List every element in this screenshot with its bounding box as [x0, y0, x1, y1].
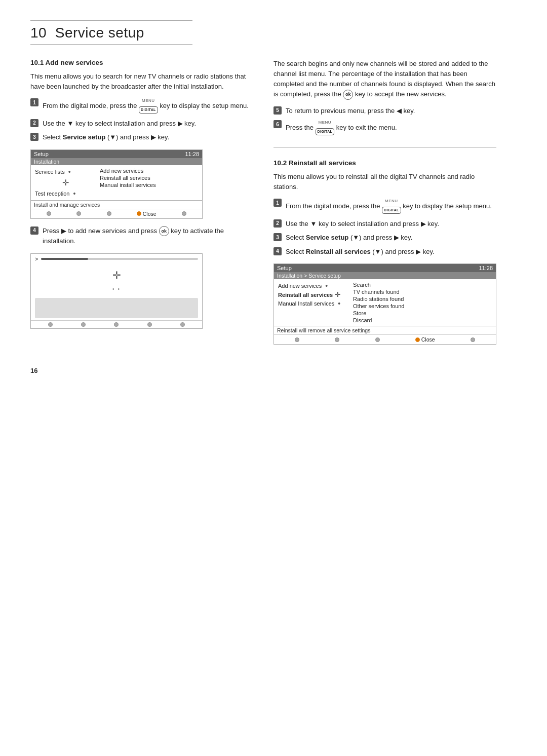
step-4: 4 Press ▶ to add new services and press … [30, 226, 253, 246]
step-num-5: 5 [274, 106, 282, 115]
s2-dot-1 [48, 322, 53, 327]
step-num-2: 2 [30, 119, 38, 127]
close-label: Close [143, 211, 157, 217]
step-2-text: Use the ▼ key to select installation and… [43, 119, 253, 129]
step-2: 2 Use the ▼ key to select installation a… [30, 119, 253, 129]
service-setup-bold: Service setup [63, 133, 106, 141]
step-num-10-2-4: 4 [274, 247, 282, 255]
dot-2 [76, 211, 81, 216]
tv3-dpad-icon: ✛ [335, 291, 340, 298]
tv-screen-2-progress-row: > [31, 254, 202, 262]
step-3-text: Select Service setup (▼) and press ▶ key… [43, 132, 253, 142]
step-num-3: 3 [30, 133, 38, 141]
digital-key-1: MENU DIGITAL [139, 98, 158, 115]
tv-screen-3-subheader: Installation > Service setup [274, 272, 496, 279]
tv3-add-new: Add new services • [278, 281, 349, 290]
tv-center-dpad: ✛ [31, 262, 202, 284]
tv-screen-1-header-left: Setup [34, 151, 49, 157]
digital-btn-1: DIGITAL [139, 106, 158, 114]
dot-3 [107, 211, 111, 216]
tv-screen-1: Setup 11:28 Installation Service lists •… [30, 149, 203, 219]
section-10-2-intro: This menu allows you to reinstall all th… [274, 172, 496, 192]
tv3-search: Search [353, 281, 492, 288]
step-1-text: From the digital mode, press the MENU DI… [43, 98, 253, 115]
tv-menu-dpad: ✛ [35, 176, 96, 189]
service-setup-bold-2: Service setup [306, 234, 349, 241]
s2-dot-4 [147, 322, 152, 327]
reinstall-bold: Reinstall all services [306, 248, 371, 255]
s2-dot-3 [114, 322, 119, 327]
s3-close-label: Close [421, 336, 435, 343]
tv-screen-1-body: Service lists • ✛ Test reception • Add n… [31, 165, 202, 200]
tv-screen-1-left-menu: Service lists • ✛ Test reception • [35, 167, 96, 198]
tv-screen-2: > ✛ • • [30, 253, 203, 329]
section-10-2-heading-text: 10.2 Reinstall all services [274, 159, 356, 167]
tv3-bullet-2: • [338, 299, 340, 308]
step-10-2-1: 1 From the digital mode, press the MENU … [274, 198, 496, 215]
steps-5-6: 5 To return to previous menu, press the … [274, 106, 496, 136]
tv3-reinstall-label: Reinstall all services [278, 292, 333, 298]
tv-gray-block [35, 298, 198, 318]
step-10-2-4: 4 Select Reinstall all services (▼) and … [274, 247, 496, 257]
top-rule [30, 20, 192, 21]
tv-screen-1-subheader: Installation [31, 158, 202, 165]
chapter-rule [30, 44, 192, 45]
tv-screen-1-footer: Install and manage services [31, 200, 202, 209]
s3-close-btn: Close [415, 336, 435, 343]
step-num-10-2-3: 3 [274, 233, 282, 241]
section-10-1-heading-text: 10.1 Add new services [30, 59, 103, 66]
progress-arrow: > [35, 256, 38, 262]
step-10-2-3: 3 Select Service setup (▼) and press ▶ k… [274, 233, 496, 243]
tv3-reinstall: Reinstall all services ✛ [278, 290, 349, 299]
step-10-2-1-text: From the digital mode, press the MENU DI… [286, 198, 496, 215]
tv3-other: Other services found [353, 303, 492, 310]
step-num-1: 1 [30, 98, 38, 106]
tv-screen-2-dots [31, 320, 202, 328]
digital-key-10-2-1: MENU DIGITAL [382, 198, 401, 215]
s3-dot-5 [471, 337, 475, 342]
steps-10-2: 1 From the digital mode, press the MENU … [274, 198, 496, 256]
tv3-manual: Manual Install services • [278, 299, 349, 308]
menu-label-1: MENU [139, 98, 158, 104]
step-5: 5 To return to previous menu, press the … [274, 106, 496, 116]
tv-screen-3-right-menu: Search TV channels found Radio stations … [353, 281, 492, 324]
press-ok-text: key to accept the new services. [355, 90, 447, 98]
steps-1-3: 1 From the digital mode, press the MENU … [30, 98, 253, 142]
tv-screen-3-left-menu: Add new services • Reinstall all service… [278, 281, 349, 324]
step-10-2-2: 2 Use the ▼ key to select installation a… [274, 219, 496, 229]
tv-screen-3-header: Setup 11:28 [274, 264, 496, 272]
tv3-discard: Discard [353, 317, 492, 324]
service-lists-label: Service lists [35, 169, 65, 175]
tv-screen-3-header-right: 11:28 [479, 265, 493, 271]
dot-1 [47, 211, 51, 216]
s2-dot-5 [180, 322, 185, 327]
dpad-center-icon: ✛ [112, 270, 121, 281]
right-top-para: The search begins and only new channels … [274, 59, 496, 100]
ok-key-4: ok [159, 226, 169, 236]
bullet-2: • [73, 190, 75, 198]
chapter-number: 10 [30, 25, 47, 41]
step-num-10-2-1: 1 [274, 199, 282, 207]
tv-menu-service-lists: Service lists • [35, 167, 96, 176]
step-1: 1 From the digital mode, press the MENU … [30, 98, 253, 115]
dot-5 [182, 211, 186, 216]
section-10-1-heading: 10.1 Add new services [30, 59, 253, 66]
section-10-2-heading: 10.2 Reinstall all services [274, 159, 496, 167]
menu-label-6: MENU [316, 120, 335, 126]
tv-progress-bar [41, 258, 198, 260]
chapter-title-text: Service setup [55, 25, 144, 41]
step-6-text: Press the MENU DIGITAL key to exit the m… [286, 120, 496, 136]
tv-screen-3-header-left: Setup [277, 265, 292, 271]
menu-label-10-2-1: MENU [382, 198, 401, 204]
tv-menu-add-new: Add new services [100, 167, 198, 174]
s3-dot-orange [415, 337, 420, 342]
step-5-text: To return to previous menu, press the ◀ … [286, 106, 496, 116]
digital-btn-6: DIGITAL [316, 128, 335, 136]
s2-dot-2 [81, 322, 86, 327]
tv-progress-bar-inner [41, 258, 88, 260]
left-column: 10.1 Add new services This menu allows y… [30, 59, 253, 352]
divider-rule [274, 147, 496, 148]
tv-menu-manual: Manual install services [100, 181, 198, 188]
s3-dot-1 [295, 337, 299, 342]
step-4-text: Press ▶ to add new services and press ok… [43, 226, 253, 246]
